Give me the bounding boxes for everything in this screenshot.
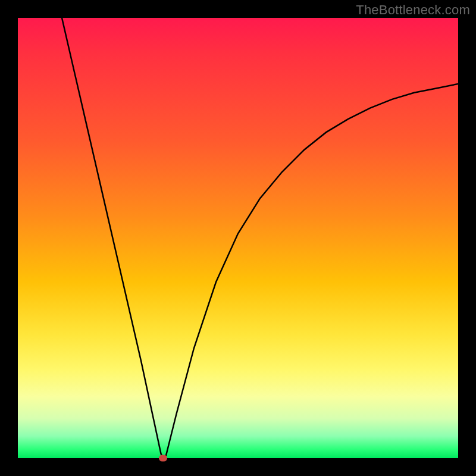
plot-area: [18, 18, 458, 458]
watermark-text: TheBottleneck.com: [356, 2, 470, 18]
curve-path: [62, 18, 458, 458]
curve-svg: [18, 18, 458, 458]
minimum-marker: [159, 455, 167, 462]
chart-frame: TheBottleneck.com: [0, 0, 476, 476]
